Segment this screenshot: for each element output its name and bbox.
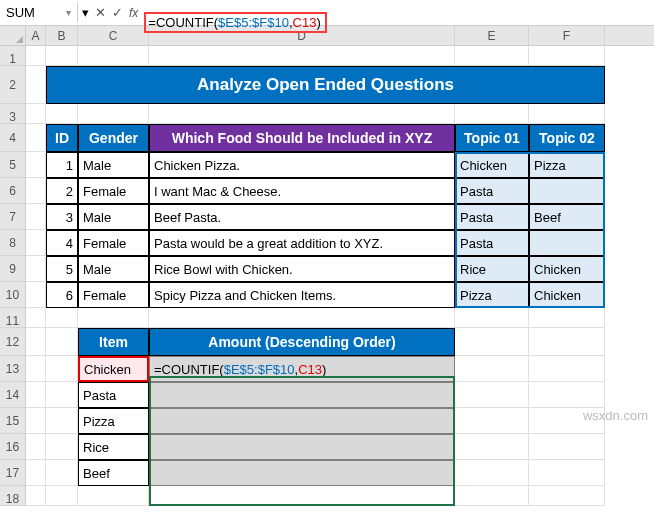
cell[interactable] [46, 104, 78, 124]
cell[interactable] [26, 104, 46, 124]
cell-gender[interactable]: Female [78, 282, 149, 308]
header-id[interactable]: ID [46, 124, 78, 152]
select-all-corner[interactable] [0, 26, 26, 45]
cell-item-c13[interactable]: Chicken [78, 356, 149, 382]
row-header[interactable]: 12 [0, 328, 26, 356]
cell[interactable] [26, 152, 46, 178]
cell[interactable] [455, 486, 529, 506]
cell[interactable] [529, 460, 605, 486]
cell-topic1[interactable]: Chicken [455, 152, 529, 178]
cell[interactable] [46, 46, 78, 66]
cell-gender[interactable]: Male [78, 256, 149, 282]
header-topic2[interactable]: Topic 02 [529, 124, 605, 152]
cell-amount[interactable] [149, 434, 455, 460]
cell-gender[interactable]: Female [78, 230, 149, 256]
cell[interactable] [455, 104, 529, 124]
cell[interactable] [455, 356, 529, 382]
cell-topic1[interactable]: Pasta [455, 178, 529, 204]
cancel-icon[interactable]: ✕ [95, 5, 106, 20]
row-header[interactable]: 15 [0, 408, 26, 434]
cell[interactable] [529, 486, 605, 506]
header-gender[interactable]: Gender [78, 124, 149, 152]
formula-input[interactable]: =COUNTIF($E$5:$F$10,C13) [142, 11, 654, 15]
cell-question[interactable]: Rice Bowl with Chicken. [149, 256, 455, 282]
col-header-b[interactable]: B [46, 26, 78, 45]
cell[interactable] [46, 408, 78, 434]
cell[interactable] [46, 308, 78, 328]
cell[interactable] [529, 328, 605, 356]
cell[interactable] [26, 124, 46, 152]
cell[interactable] [26, 382, 46, 408]
cell[interactable] [529, 46, 605, 66]
cell[interactable] [149, 308, 455, 328]
fx-icon[interactable]: fx [129, 6, 138, 20]
row-header[interactable]: 14 [0, 382, 26, 408]
cell[interactable] [26, 308, 46, 328]
row-header[interactable]: 18 [0, 486, 26, 506]
cell-item[interactable]: Beef [78, 460, 149, 486]
row-header[interactable]: 13 [0, 356, 26, 382]
cell[interactable] [46, 434, 78, 460]
cell[interactable] [26, 460, 46, 486]
row-header[interactable]: 10 [0, 282, 26, 308]
cell-topic1[interactable]: Pizza [455, 282, 529, 308]
header-topic1[interactable]: Topic 01 [455, 124, 529, 152]
cell-topic2[interactable]: Beef [529, 204, 605, 230]
cell-topic1[interactable]: Pasta [455, 204, 529, 230]
row-header[interactable]: 8 [0, 230, 26, 256]
cell-id[interactable]: 2 [46, 178, 78, 204]
chevron-down-icon[interactable]: ▾ [66, 7, 71, 18]
cell-gender[interactable]: Male [78, 152, 149, 178]
cell[interactable] [46, 460, 78, 486]
cell[interactable] [455, 382, 529, 408]
row-header[interactable]: 6 [0, 178, 26, 204]
cell[interactable] [529, 104, 605, 124]
cell[interactable] [529, 382, 605, 408]
cell[interactable] [26, 178, 46, 204]
cell[interactable] [149, 46, 455, 66]
col-header-f[interactable]: F [529, 26, 605, 45]
cell-amount[interactable] [149, 382, 455, 408]
row-header[interactable]: 7 [0, 204, 26, 230]
cell[interactable] [455, 434, 529, 460]
cell-id[interactable]: 5 [46, 256, 78, 282]
row-header[interactable]: 4 [0, 124, 26, 152]
col-header-a[interactable]: A [26, 26, 46, 45]
spreadsheet-grid[interactable]: 1 2 Analyze Open Ended Questions 3 4 ID … [0, 46, 654, 506]
cell-id[interactable]: 4 [46, 230, 78, 256]
row-header[interactable]: 17 [0, 460, 26, 486]
cell-id[interactable]: 6 [46, 282, 78, 308]
cell-d13-formula[interactable]: =COUNTIF($E$5:$F$10,C13) [149, 356, 455, 382]
header-item[interactable]: Item [78, 328, 149, 356]
cell-id[interactable]: 3 [46, 204, 78, 230]
cell[interactable] [46, 486, 78, 506]
cell[interactable] [455, 328, 529, 356]
title-cell[interactable]: Analyze Open Ended Questions [46, 66, 605, 104]
cell[interactable] [46, 328, 78, 356]
cell-topic2[interactable]: Pizza [529, 152, 605, 178]
cell[interactable] [26, 230, 46, 256]
row-header[interactable]: 2 [0, 66, 26, 104]
cell-question[interactable]: Beef Pasta. [149, 204, 455, 230]
cell[interactable] [78, 104, 149, 124]
header-question[interactable]: Which Food Should be Included in XYZ [149, 124, 455, 152]
cell-item[interactable]: Pizza [78, 408, 149, 434]
cell[interactable] [46, 382, 78, 408]
row-header[interactable]: 16 [0, 434, 26, 460]
cell[interactable] [26, 66, 46, 104]
row-header[interactable]: 3 [0, 104, 26, 124]
cell-topic2[interactable]: Chicken [529, 282, 605, 308]
cell[interactable] [78, 486, 149, 506]
cell[interactable] [26, 256, 46, 282]
cell[interactable] [46, 356, 78, 382]
cell[interactable] [78, 308, 149, 328]
cell-topic2[interactable] [529, 178, 605, 204]
cell[interactable] [26, 434, 46, 460]
cell-gender[interactable]: Male [78, 204, 149, 230]
accept-icon[interactable]: ✓ [112, 5, 123, 20]
cell[interactable] [149, 486, 455, 506]
cell[interactable] [26, 486, 46, 506]
cell[interactable] [26, 282, 46, 308]
cell-item[interactable]: Rice [78, 434, 149, 460]
row-header[interactable]: 1 [0, 46, 26, 66]
